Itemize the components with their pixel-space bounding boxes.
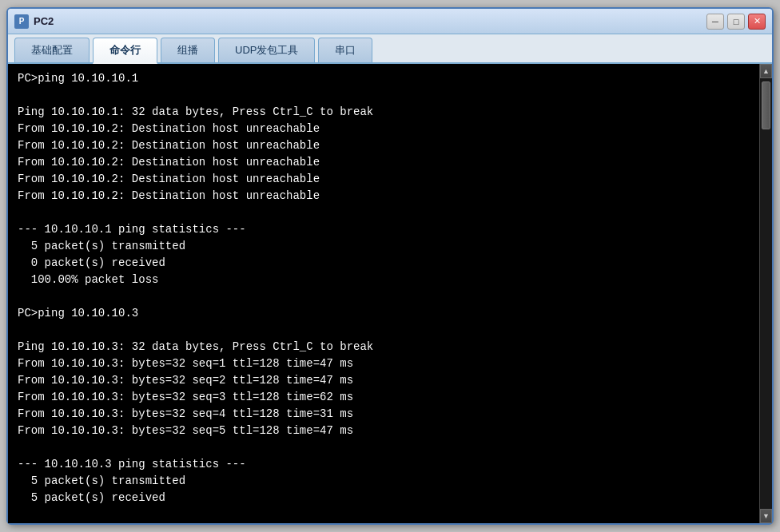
scrollbar-thumb[interactable] xyxy=(762,81,770,129)
tab-serial[interactable]: 串口 xyxy=(318,38,372,62)
window-icon-text: P xyxy=(19,17,25,26)
title-bar: P PC2 ─ □ ✕ xyxy=(8,9,772,34)
title-bar-buttons: ─ □ ✕ xyxy=(706,14,766,30)
scrollbar-down-button[interactable]: ▼ xyxy=(760,509,772,523)
window-icon: P xyxy=(14,14,29,29)
window-title: PC2 xyxy=(34,15,706,27)
tab-group[interactable]: 组播 xyxy=(161,38,215,62)
close-button[interactable]: ✕ xyxy=(748,14,766,30)
terminal-container: PC>ping 10.10.10.1 Ping 10.10.10.1: 32 d… xyxy=(8,64,772,523)
maximize-button[interactable]: □ xyxy=(727,14,745,30)
tab-command-line[interactable]: 命令行 xyxy=(93,38,157,64)
scrollbar-track[interactable] xyxy=(760,78,772,509)
scrollbar[interactable]: ▲ ▼ xyxy=(759,64,772,523)
tab-basic-config[interactable]: 基础配置 xyxy=(14,38,90,62)
minimize-button[interactable]: ─ xyxy=(706,14,724,30)
main-window: P PC2 ─ □ ✕ 基础配置 命令行 组播 UDP发包工具 串口 PC>pi… xyxy=(6,7,774,525)
terminal-output[interactable]: PC>ping 10.10.10.1 Ping 10.10.10.1: 32 d… xyxy=(8,64,759,523)
tab-udp-tool[interactable]: UDP发包工具 xyxy=(218,38,315,62)
scrollbar-up-button[interactable]: ▲ xyxy=(760,64,772,78)
tab-bar: 基础配置 命令行 组播 UDP发包工具 串口 xyxy=(8,34,772,64)
